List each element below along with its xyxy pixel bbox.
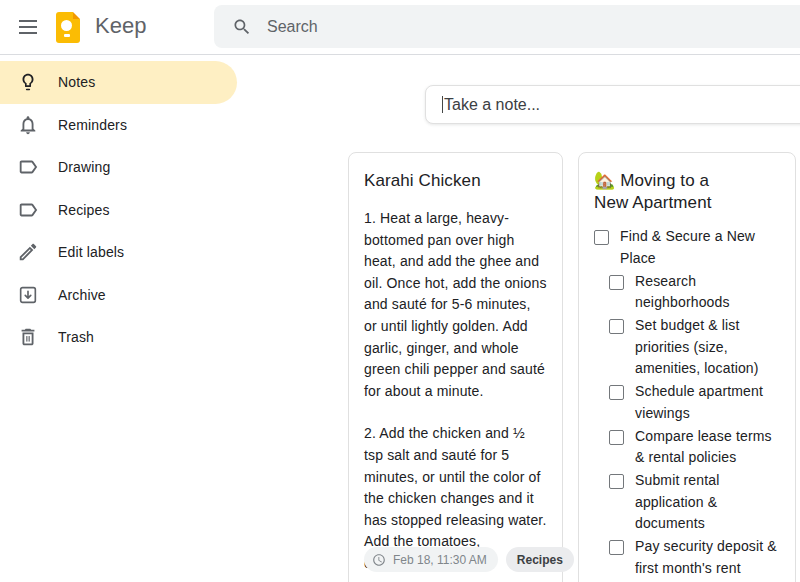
sidebar-item-recipes[interactable]: Recipes: [0, 189, 280, 232]
main-menu-button[interactable]: [8, 7, 48, 47]
clock-icon: [372, 553, 386, 567]
checklist-item: Find & Secure a New Place: [594, 226, 780, 269]
checklist-item: Research neighborhoods: [609, 271, 780, 314]
top-bar: Keep Search: [0, 0, 800, 55]
text-caret: [442, 96, 443, 113]
hamburger-icon: [19, 20, 37, 34]
lightbulb-icon: [16, 70, 40, 94]
keep-app: Keep Search Notes: [0, 0, 800, 582]
checklist-item: Set budget & list priorities (size, amen…: [609, 315, 780, 380]
checklist-item: Schedule apartment viewings: [609, 381, 780, 424]
search-input[interactable]: Search: [214, 5, 800, 48]
sidebar-item-reminders[interactable]: Reminders: [0, 104, 280, 147]
checklist-item-text[interactable]: Submit rental application & documents: [635, 470, 780, 535]
sidebar-item-notes[interactable]: Notes: [0, 61, 280, 104]
checkbox-unchecked[interactable]: [609, 319, 624, 334]
checkbox-unchecked[interactable]: [609, 430, 624, 445]
reminder-chip[interactable]: Feb 18, 11:30 AM: [364, 547, 498, 572]
checklist-item: Compare lease terms & rental policies: [609, 426, 780, 469]
note-body: 1. Heat a large, heavy-bottomed pan over…: [364, 208, 547, 575]
app-title: Keep: [95, 13, 146, 39]
note-paragraph: 1. Heat a large, heavy-bottomed pan over…: [364, 208, 547, 402]
search-icon: [232, 17, 252, 37]
checkbox-unchecked[interactable]: [594, 230, 609, 245]
label-icon: [16, 198, 40, 222]
label-icon: [16, 155, 40, 179]
note-card-karahi-chicken[interactable]: Karahi Chicken 1. Heat a large, heavy-bo…: [348, 152, 563, 582]
note-title: 🏡 Moving to a New Apartment: [594, 170, 734, 214]
bell-icon: [16, 113, 40, 137]
search-placeholder: Search: [267, 18, 318, 36]
sidebar-item-drawing[interactable]: Drawing: [0, 146, 280, 189]
checklist-item: Pay security deposit & first month's ren…: [609, 536, 780, 579]
sidebar-item-archive[interactable]: Archive: [0, 274, 280, 317]
checkbox-unchecked[interactable]: [609, 540, 624, 555]
sidebar-item-label: Archive: [58, 287, 106, 303]
pencil-icon: [16, 240, 40, 264]
sidebar: Notes Reminders Drawing: [0, 61, 280, 359]
note-chips: Feb 18, 11:30 AM Recipes: [364, 547, 574, 572]
checklist-item-text[interactable]: Schedule apartment viewings: [635, 381, 780, 424]
checklist-item-text[interactable]: Set budget & list priorities (size, amen…: [635, 315, 780, 380]
composer-placeholder: Take a note...: [444, 96, 540, 114]
checkbox-unchecked[interactable]: [609, 385, 624, 400]
sidebar-item-label: Recipes: [58, 202, 110, 218]
checklist-item: Submit rental application & documents: [609, 470, 780, 535]
checklist: Find & Secure a New Place Research neigh…: [594, 226, 780, 581]
checklist-item-text[interactable]: Find & Secure a New Place: [620, 226, 780, 269]
label-chip-text: Recipes: [517, 553, 563, 567]
checkbox-unchecked[interactable]: [609, 275, 624, 290]
reminder-chip-text: Feb 18, 11:30 AM: [393, 553, 487, 567]
sidebar-item-trash[interactable]: Trash: [0, 316, 280, 359]
take-a-note-input[interactable]: Take a note...: [425, 85, 800, 124]
archive-icon: [16, 283, 40, 307]
sidebar-item-label: Edit labels: [58, 244, 124, 260]
sidebar-item-label: Drawing: [58, 159, 110, 175]
sidebar-item-label: Trash: [58, 329, 94, 345]
sidebar-item-edit-labels[interactable]: Edit labels: [0, 231, 280, 274]
checkbox-unchecked[interactable]: [609, 474, 624, 489]
sidebar-item-label: Reminders: [58, 117, 127, 133]
keep-logo-icon: [56, 12, 80, 43]
checklist-item-text[interactable]: Pay security deposit & first month's ren…: [635, 536, 780, 579]
sidebar-item-label: Notes: [58, 74, 95, 90]
checklist-item-text[interactable]: Research neighborhoods: [635, 271, 780, 314]
note-card-moving-apartment[interactable]: 🏡 Moving to a New Apartment Find & Secur…: [578, 152, 796, 582]
note-title: Karahi Chicken: [364, 170, 547, 192]
checklist-item-text[interactable]: Compare lease terms & rental policies: [635, 426, 780, 469]
label-chip-recipes[interactable]: Recipes: [506, 547, 574, 572]
trash-icon: [16, 325, 40, 349]
